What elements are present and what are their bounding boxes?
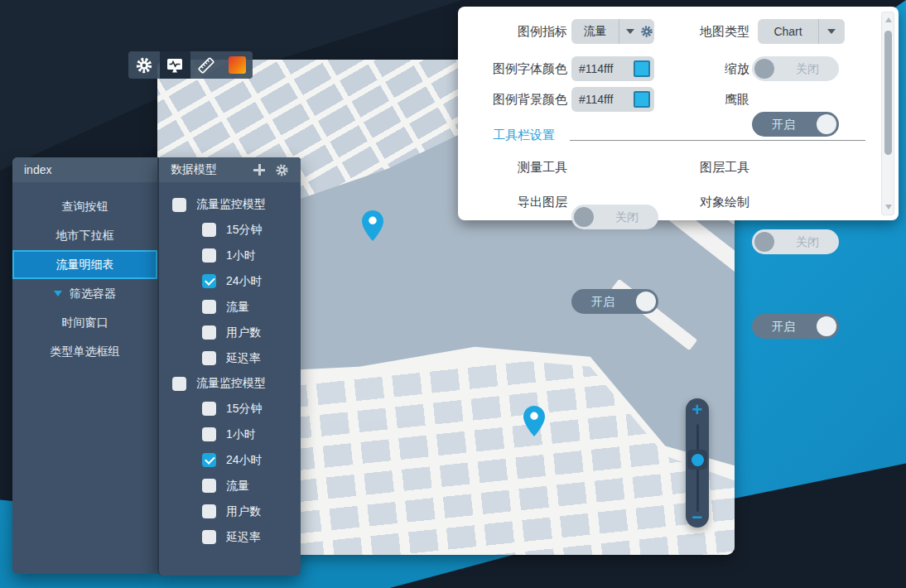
map-pin-icon[interactable]: [362, 210, 383, 241]
map-type-dropdown[interactable]: Chart: [758, 19, 845, 44]
sidebar-item-label: 筛选容器: [70, 287, 116, 301]
toggle-knob: [754, 232, 774, 252]
layer-tool-label: 图层工具: [637, 155, 749, 180]
scroll-down-icon[interactable]: [885, 205, 892, 210]
model-item-row[interactable]: 延迟率: [159, 524, 301, 550]
color-gradient-button[interactable]: [222, 51, 253, 79]
zoom-slider-handle[interactable]: [687, 450, 707, 470]
checkbox[interactable]: [202, 325, 216, 340]
item-label: 用户数: [226, 325, 261, 340]
sidebar-item-time-window[interactable]: 时间窗口: [12, 308, 157, 337]
map-zoom-control: + −: [686, 398, 709, 528]
checkbox-checked[interactable]: [202, 453, 216, 467]
group-label: 流量监控模型: [196, 376, 266, 391]
sidebar-item-query-button[interactable]: 查询按钮: [12, 192, 157, 221]
toggle-state-label: 关闭: [796, 56, 819, 81]
panel-scrollbar[interactable]: [881, 12, 894, 215]
model-group-row[interactable]: 流量监控模型: [159, 371, 301, 396]
sidebar-item-traffic-detail-table[interactable]: 流量明细表: [12, 250, 157, 279]
model-item-row[interactable]: 15分钟: [159, 396, 301, 422]
color-gradient-icon: [229, 56, 246, 74]
sidebar-item-label: 类型单选框组: [51, 345, 120, 359]
checkbox[interactable]: [202, 479, 216, 493]
chevron-down-icon[interactable]: [827, 29, 836, 34]
model-item-row[interactable]: 1小时: [159, 243, 301, 268]
checkbox[interactable]: [202, 530, 216, 544]
checkbox[interactable]: [202, 351, 216, 365]
eagle-eye-toggle[interactable]: 开启: [752, 112, 839, 137]
item-label: 延迟率: [226, 351, 261, 366]
toggle-knob: [817, 316, 836, 336]
page-title: index: [24, 163, 51, 176]
sidebar-item-city-dropdown[interactable]: 地市下拉框: [12, 221, 157, 250]
model-item-row[interactable]: 1小时: [159, 422, 301, 447]
model-item-row[interactable]: 24小时: [159, 447, 301, 473]
item-label: 24小时: [226, 453, 263, 468]
checkbox[interactable]: [202, 504, 216, 518]
measure-tool-label: 测量工具: [455, 155, 567, 180]
sidebar-item-label: 查询按钮: [62, 200, 108, 214]
checkbox-checked[interactable]: [202, 274, 216, 288]
checkbox[interactable]: [202, 402, 216, 416]
map-pin-icon[interactable]: [523, 406, 545, 436]
checkbox[interactable]: [172, 377, 186, 391]
model-item-row[interactable]: 流量: [159, 294, 301, 320]
dropdown-value: 流量: [571, 24, 619, 39]
zoom-out-button[interactable]: −: [686, 509, 709, 526]
gear-icon: [275, 163, 289, 177]
checkbox[interactable]: [172, 198, 186, 212]
monitor-pulse-icon: [165, 55, 185, 75]
map-toolbar: [128, 51, 253, 79]
model-item-row[interactable]: 延迟率: [159, 345, 301, 371]
model-item-row[interactable]: 流量: [159, 473, 301, 499]
toggle-state-label: 关闭: [615, 205, 639, 229]
zoom-toggle[interactable]: 关闭: [752, 56, 839, 81]
sidebar-item-label: 流量明细表: [56, 258, 114, 272]
model-settings-button[interactable]: [275, 163, 289, 177]
legend-indicator-label: 图例指标: [455, 19, 567, 44]
sidebar-item-type-radio-group[interactable]: 类型单选框组: [12, 337, 157, 366]
page-structure-header: index: [12, 157, 157, 182]
toggle-state-label: 关闭: [796, 229, 819, 254]
model-item-row[interactable]: 用户数: [159, 499, 301, 524]
export-layer-label: 导出图层: [455, 190, 567, 214]
data-model-title: 数据模型: [171, 162, 217, 177]
color-value: #114fff: [571, 62, 634, 75]
settings-gear-button[interactable]: [128, 51, 160, 79]
item-label: 15分钟: [226, 402, 263, 417]
monitor-pulse-button[interactable]: [160, 51, 191, 79]
model-group-row[interactable]: 流量监控模型: [159, 192, 301, 217]
sidebar-item-filter-container[interactable]: 筛选容器: [12, 279, 157, 308]
item-label: 24小时: [226, 274, 263, 289]
ruler-button[interactable]: [190, 51, 222, 79]
toggle-state-label: 开启: [591, 289, 614, 314]
object-draw-toggle[interactable]: 开启: [752, 314, 839, 339]
toggle-state-label: 开启: [772, 112, 795, 137]
checkbox[interactable]: [202, 248, 216, 263]
model-item-row[interactable]: 用户数: [159, 320, 301, 345]
model-item-row[interactable]: 15分钟: [159, 217, 301, 243]
gear-icon: [135, 56, 153, 75]
item-label: 用户数: [226, 504, 261, 519]
checkbox[interactable]: [202, 300, 216, 314]
data-model-panel: 数据模型 流量监控模型 15分钟 1小时 24小时 流量 用户数: [157, 157, 301, 576]
checkbox[interactable]: [202, 427, 216, 441]
eagle-eye-label: 鹰眼: [637, 87, 749, 112]
checkbox[interactable]: [202, 223, 216, 237]
item-label: 1小时: [226, 427, 256, 442]
dropdown-value: Chart: [758, 25, 818, 38]
chevron-down-icon: [54, 291, 62, 296]
item-label: 1小时: [226, 248, 256, 263]
chevron-down-icon[interactable]: [626, 29, 634, 34]
sidebar-item-label: 时间窗口: [62, 316, 108, 330]
ruler-icon: [196, 55, 216, 75]
model-item-row[interactable]: 24小时: [159, 268, 301, 294]
map-type-label: 地图类型: [637, 19, 749, 44]
zoom-in-button[interactable]: +: [686, 402, 709, 418]
map-settings-panel: 图例指标 流量 地图类型 Chart 图例字体颜色 #114fff 缩放 关闭 …: [458, 7, 899, 220]
export-layer-toggle[interactable]: 开启: [571, 289, 658, 314]
add-model-button[interactable]: [253, 164, 265, 176]
scrollbar-thumb[interactable]: [884, 31, 892, 155]
scroll-up-icon[interactable]: [885, 17, 892, 22]
layer-tool-toggle[interactable]: 关闭: [752, 229, 839, 254]
